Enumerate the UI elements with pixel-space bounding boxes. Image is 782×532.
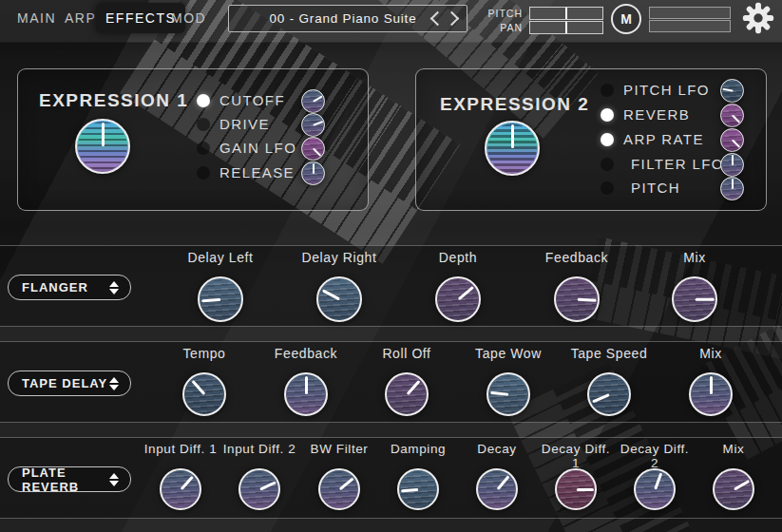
tape-delay-effect-selector[interactable]: TAPE DELAY xyxy=(8,370,131,396)
damping-knob[interactable] xyxy=(397,468,439,510)
radio-filter-lfo[interactable] xyxy=(601,158,614,171)
input-diff-2-knob[interactable] xyxy=(238,468,280,510)
tab-mod[interactable]: MOD xyxy=(162,6,216,30)
input-diff-1-knob[interactable] xyxy=(160,468,201,510)
plate-reverb-effect-selector[interactable]: PLATE REVERB xyxy=(8,466,131,492)
radio-cutoff[interactable] xyxy=(197,94,210,107)
decay-knob[interactable] xyxy=(476,468,518,510)
expression-2-big-knob[interactable] xyxy=(485,121,540,176)
expression-1-title: EXPRESSION 1 xyxy=(39,90,188,111)
param-delay-right: Delay Right xyxy=(290,250,389,322)
plate-reverb-selector-label: PLATE REVERB xyxy=(9,466,109,494)
param-decay-diff-1: Decay Diff. 1 xyxy=(536,442,616,510)
param-bw-filter: BW Filter xyxy=(299,442,379,510)
flanger-selector-label: FLANGER xyxy=(9,280,109,294)
tape-wow-knob[interactable] xyxy=(486,372,530,416)
tape-mix-knob[interactable] xyxy=(689,372,733,416)
param-plate-mix: Mix xyxy=(694,442,773,510)
drive-knob[interactable] xyxy=(301,113,325,137)
expression-2-title: EXPRESSION 2 xyxy=(440,94,589,115)
preset-prev-icon[interactable] xyxy=(430,11,446,27)
pitch-slider[interactable] xyxy=(529,7,603,20)
decay-diff-1-knob[interactable] xyxy=(555,468,597,510)
param-depth: Depth xyxy=(409,250,507,322)
flanger-band: FLANGER Delay Left Delay Right Depth Fee… xyxy=(0,245,782,327)
cutoff-knob[interactable] xyxy=(301,89,325,113)
param-input-diff-1: Input Diff. 1 xyxy=(141,442,220,510)
label-pitch-lfo: PITCH LFO xyxy=(623,82,710,98)
label-filter-lfo: FILTER LFO xyxy=(631,156,724,172)
param-decay: Decay xyxy=(457,442,537,510)
radio-arp-rate[interactable] xyxy=(601,133,614,146)
tape-delay-band: TAPE DELAY Tempo Feedback Roll Off Tape … xyxy=(0,341,782,423)
param-tape-speed: Tape Speed xyxy=(560,346,658,416)
expression-1-big-knob[interactable] xyxy=(75,119,130,174)
arp-rate-knob[interactable] xyxy=(720,128,744,152)
param-tempo: Tempo xyxy=(155,346,254,416)
param-damping: Damping xyxy=(378,442,458,510)
radio-release[interactable] xyxy=(197,166,210,180)
plate-mix-knob[interactable] xyxy=(713,468,754,510)
tape-speed-knob[interactable] xyxy=(587,372,631,416)
param-tape-feedback: Feedback xyxy=(257,346,355,416)
roll-off-knob[interactable] xyxy=(385,372,429,416)
param-decay-diff-2: Decay Diff. 2 xyxy=(615,442,695,510)
param-tape-wow: Tape Wow xyxy=(459,346,558,416)
radio-drive[interactable] xyxy=(197,118,210,131)
label-pitch: PITCH xyxy=(631,180,680,196)
bw-filter-knob[interactable] xyxy=(318,468,360,510)
preset-selector[interactable]: 00 - Grand Piano Suite xyxy=(228,5,467,32)
flanger-mix-knob[interactable] xyxy=(672,276,717,322)
flanger-effect-selector[interactable]: FLANGER xyxy=(8,275,131,300)
pitch-label: PITCH xyxy=(485,8,523,19)
flanger-feedback-knob[interactable] xyxy=(554,276,600,322)
param-flanger-mix: Mix xyxy=(645,250,744,322)
expression-1-panel: EXPRESSION 1 CUTOFF DRIVE GAIN LFO RELEA… xyxy=(17,68,369,211)
expression-2-panel: EXPRESSION 2 PITCH LFO REVERB ARP RATE F… xyxy=(415,68,767,211)
mono-button[interactable]: M xyxy=(611,4,641,34)
settings-gear-icon[interactable] xyxy=(742,2,774,38)
depth-knob[interactable] xyxy=(435,276,481,322)
filter-lfo-knob[interactable] xyxy=(720,153,744,177)
label-reverb: REVERB xyxy=(623,106,690,123)
param-flanger-feedback: Feedback xyxy=(527,250,626,322)
radio-pitch[interactable] xyxy=(601,181,614,195)
param-roll-off: Roll Off xyxy=(357,346,456,416)
label-release: RELEASE xyxy=(219,164,295,180)
plugin-window: MAIN ARP EFFECTS MOD 00 - Grand Piano Su… xyxy=(0,0,782,532)
gain-lfo-knob[interactable] xyxy=(301,137,325,161)
label-cutoff: CUTOFF xyxy=(219,92,285,108)
delay-left-knob[interactable] xyxy=(198,276,243,322)
pitch-lfo-knob[interactable] xyxy=(720,79,744,103)
radio-pitch-lfo[interactable] xyxy=(601,84,614,97)
label-drive: DRIVE xyxy=(219,116,270,132)
param-input-diff-2: Input Diff. 2 xyxy=(219,442,299,510)
preset-name: 00 - Grand Piano Suite xyxy=(229,11,432,26)
tape-delay-selector-label: TAPE DELAY xyxy=(9,376,109,390)
pan-slider[interactable] xyxy=(529,21,603,34)
label-gain-lfo: GAIN LFO xyxy=(219,140,296,156)
output-meter-right xyxy=(649,20,731,32)
release-knob[interactable] xyxy=(301,162,325,185)
param-delay-left: Delay Left xyxy=(171,250,270,322)
selector-updown-icon xyxy=(109,281,130,294)
radio-reverb[interactable] xyxy=(601,108,614,122)
param-tape-mix: Mix xyxy=(661,346,760,416)
delay-right-knob[interactable] xyxy=(316,276,362,322)
tape-feedback-knob[interactable] xyxy=(284,372,328,416)
output-meter-left xyxy=(649,7,731,19)
pitch-knob[interactable] xyxy=(720,177,744,200)
selector-updown-icon xyxy=(109,377,130,390)
decay-diff-2-knob[interactable] xyxy=(634,468,676,510)
label-arp-rate: ARP RATE xyxy=(623,131,704,147)
pan-label: PAN xyxy=(485,22,523,33)
reverb-knob[interactable] xyxy=(720,104,744,127)
radio-gain-lfo[interactable] xyxy=(197,142,210,155)
preset-next-icon[interactable] xyxy=(445,11,460,27)
selector-updown-icon xyxy=(109,473,130,486)
plate-reverb-band: PLATE REVERB Input Diff. 1 Input Diff. 2… xyxy=(0,437,782,519)
tempo-knob[interactable] xyxy=(182,372,226,416)
